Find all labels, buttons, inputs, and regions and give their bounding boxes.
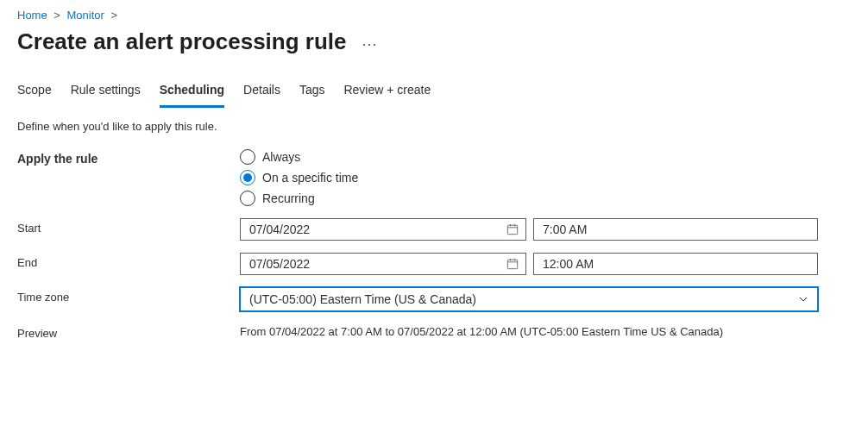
start-date-field[interactable] — [240, 218, 526, 241]
preview-text: From 07/04/2022 at 7:00 AM to 07/05/2022… — [240, 323, 723, 338]
start-time-input[interactable] — [541, 222, 810, 237]
chevron-right-icon: > — [50, 9, 64, 22]
svg-rect-4 — [507, 260, 517, 269]
calendar-icon[interactable] — [506, 223, 519, 235]
radio-specific-label: On a specific time — [262, 171, 358, 185]
tabs: Scope Rule settings Scheduling Details T… — [17, 78, 851, 108]
page-title: Create an alert processing rule — [17, 28, 346, 55]
radio-icon — [240, 170, 255, 185]
tab-scope[interactable]: Scope — [17, 78, 52, 108]
radio-recurring-label: Recurring — [262, 191, 315, 205]
timezone-value: (UTC-05:00) Eastern Time (US & Canada) — [249, 292, 798, 306]
end-time-input[interactable] — [541, 256, 810, 272]
tab-review-create[interactable]: Review + create — [343, 78, 431, 108]
chevron-down-icon — [798, 294, 808, 304]
radio-always-label: Always — [262, 150, 300, 164]
end-time-field[interactable] — [533, 253, 818, 275]
tab-details[interactable]: Details — [243, 78, 280, 108]
end-date-field[interactable] — [240, 253, 526, 275]
timezone-label: Time zone — [17, 287, 240, 304]
start-label: Start — [17, 218, 240, 235]
breadcrumb-monitor[interactable]: Monitor — [67, 9, 104, 22]
more-icon[interactable]: ⋯ — [362, 34, 379, 53]
start-date-input[interactable] — [248, 222, 506, 237]
radio-always[interactable]: Always — [240, 149, 358, 165]
chevron-right-icon: > — [108, 9, 122, 22]
radio-icon — [240, 191, 255, 206]
timezone-select[interactable]: (UTC-05:00) Eastern Time (US & Canada) — [240, 287, 818, 311]
breadcrumb-home[interactable]: Home — [17, 9, 47, 22]
intro-text: Define when you'd like to apply this rul… — [17, 120, 851, 133]
preview-label: Preview — [17, 323, 240, 340]
radio-specific-time[interactable]: On a specific time — [240, 170, 358, 185]
end-date-input[interactable] — [248, 256, 506, 272]
svg-rect-0 — [507, 225, 517, 235]
radio-icon — [240, 149, 255, 165]
end-label: End — [17, 253, 240, 269]
tab-rule-settings[interactable]: Rule settings — [71, 78, 141, 108]
tab-tags[interactable]: Tags — [299, 78, 325, 108]
apply-rule-label: Apply the rule — [17, 148, 240, 166]
breadcrumb: Home > Monitor > — [17, 7, 851, 27]
calendar-icon[interactable] — [506, 258, 519, 270]
radio-recurring[interactable]: Recurring — [240, 191, 358, 206]
tab-scheduling[interactable]: Scheduling — [160, 78, 224, 108]
start-time-field[interactable] — [533, 218, 818, 241]
